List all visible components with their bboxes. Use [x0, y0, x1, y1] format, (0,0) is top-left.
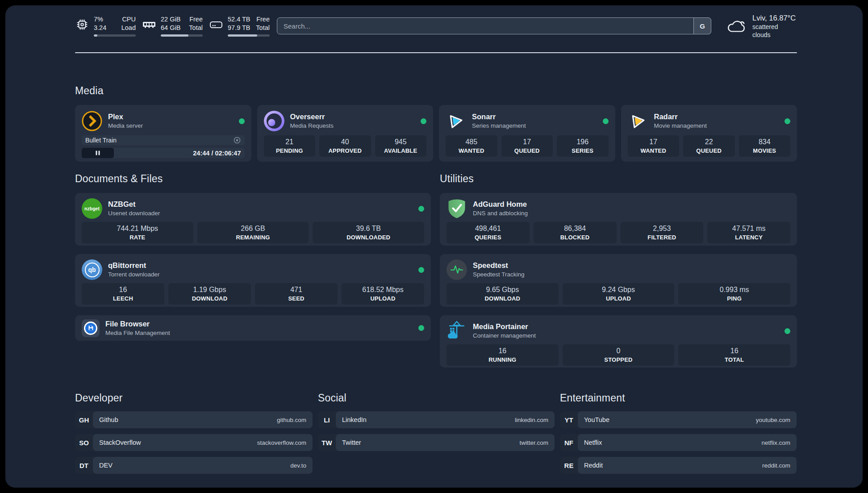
- app-card-speedtest[interactable]: Speedtest Speedtest Tracking 9.65 Gbps D…: [440, 254, 797, 307]
- stat-value: 22: [705, 138, 713, 146]
- stat-value: 47.571 ms: [732, 224, 766, 233]
- cpu-usage-label: CPU: [122, 15, 136, 24]
- stat-label: AVAILABLE: [384, 147, 417, 155]
- qbittorrent-icon: qb: [82, 259, 102, 280]
- card-subtitle: Movie management: [654, 122, 707, 130]
- stat-value: 945: [395, 138, 407, 146]
- stat-label: BLOCKED: [560, 234, 590, 241]
- stat-value: 17: [523, 138, 531, 146]
- link-name: Reddit: [584, 462, 603, 469]
- link-row-github[interactable]: GH Github github.com: [75, 411, 313, 428]
- link-row-netflix[interactable]: NF Netflix netflix.com: [560, 434, 797, 451]
- links-grid: Developer GH Github github.com SO StackO…: [75, 392, 797, 480]
- link-url: twitter.com: [519, 439, 548, 446]
- section-utilities: Utilities: [440, 172, 797, 368]
- stat-label: PENDING: [276, 147, 303, 155]
- link-tag: YT: [560, 411, 578, 428]
- status-dot: [785, 328, 790, 334]
- app-card-overseerr[interactable]: Overseerr Media Requests 21 PENDING 40 A…: [257, 105, 434, 162]
- storage-free-label: Free: [256, 15, 270, 24]
- stat-value: 16: [498, 347, 506, 355]
- header-divider: [75, 52, 797, 53]
- link-pill: Twitter twitter.com: [336, 434, 555, 451]
- memory-icon: [142, 17, 156, 32]
- pause-button[interactable]: [82, 148, 114, 158]
- card-head: nzbget NZBGet Usenet downloader: [82, 198, 424, 219]
- stat-label: QUERIES: [475, 234, 501, 241]
- app-card-radarr[interactable]: Radarr Movie management 17 WANTED 22 QUE…: [621, 105, 797, 162]
- portainer-icon: [447, 321, 467, 341]
- card-subtitle: Usenet downloader: [108, 209, 160, 217]
- card-subtitle: Torrent downloader: [108, 271, 160, 279]
- link-row-linkedin[interactable]: LI LinkedIn linkedin.com: [318, 411, 555, 428]
- app-card-sonarr[interactable]: Sonarr Series management 485 WANTED 17 Q…: [439, 105, 615, 162]
- storage-icon: [209, 17, 223, 32]
- card-titles: Plex Media server: [108, 112, 143, 130]
- stat-tile: 618.52 Mbps UPLOAD: [342, 283, 424, 305]
- stat-value: 266 GB: [241, 224, 265, 233]
- player-controls-row: 24:44 / 02:06:47: [82, 148, 245, 158]
- link-row-stackoverflow[interactable]: SO StackOverflow stackoverflow.com: [75, 434, 313, 451]
- link-name: LinkedIn: [342, 416, 367, 423]
- app-card-nzbget[interactable]: nzbget NZBGet Usenet downloader 744.21 M…: [75, 193, 431, 246]
- search-input[interactable]: [277, 17, 711, 34]
- stat-label: WANTED: [640, 147, 666, 155]
- storage-total-label: Total: [256, 24, 270, 32]
- stat-label: SERIES: [572, 147, 593, 155]
- stat-label: FILTERED: [647, 234, 676, 241]
- link-row-reddit[interactable]: RE Reddit reddit.com: [560, 457, 797, 474]
- status-dot: [421, 118, 426, 124]
- card-head: qb qBittorrent Torrent downloader: [82, 259, 424, 280]
- card-titles: NZBGet Usenet downloader: [108, 200, 160, 217]
- card-title: AdGuard Home: [473, 200, 528, 209]
- link-pill: StackOverflow stackoverflow.com: [93, 434, 313, 451]
- stat-label: LATENCY: [735, 234, 763, 241]
- stat-tile: 834 MOVIES: [739, 135, 791, 157]
- stat-tile: 17 QUEUED: [501, 135, 553, 157]
- card-subtitle: Series management: [472, 122, 526, 130]
- search-bar: G: [277, 17, 711, 34]
- app-card-qbittorrent[interactable]: qb qBittorrent Torrent downloader 16 LEE…: [75, 254, 431, 307]
- filebrowser-icon: [82, 319, 100, 337]
- stat-tile: 266 GB REMAINING: [197, 222, 309, 243]
- link-pill: LinkedIn linkedin.com: [336, 411, 555, 428]
- stat-label: PING: [727, 295, 742, 302]
- nzbget-icon: nzbget: [82, 198, 102, 219]
- cpu-load-label: Load: [121, 24, 136, 32]
- status-dot: [785, 118, 790, 124]
- section-documents: Documents & Files nzbget NZBGet Usenet d…: [75, 172, 431, 368]
- link-row-dev[interactable]: DT DEV dev.to: [75, 457, 313, 474]
- session-icon[interactable]: [233, 136, 241, 144]
- stat-tile: 9.24 Gbps UPLOAD: [563, 283, 675, 305]
- status-dot: [418, 267, 424, 273]
- app-card-plex[interactable]: Plex Media server Bullet Train: [75, 105, 251, 162]
- memory-stat-widget: 22 GiB Free 64 GiB Total: [142, 15, 203, 37]
- card-subtitle: Media File Management: [105, 329, 170, 337]
- link-pill: Github github.com: [93, 411, 313, 428]
- section-title-utilities: Utilities: [440, 172, 797, 185]
- stat-label: UPLOAD: [606, 295, 631, 302]
- stat-value: 744.21 Mbps: [117, 224, 159, 233]
- search-engine-button[interactable]: G: [693, 17, 711, 34]
- link-tag: TW: [318, 434, 336, 451]
- link-row-twitter[interactable]: TW Twitter twitter.com: [318, 434, 555, 451]
- dashboard-content: 7% CPU 3.24 Load: [75, 5, 797, 480]
- link-url: netflix.com: [761, 439, 790, 446]
- stat-tile: 9.65 Gbps DOWNLOAD: [447, 283, 559, 305]
- app-card-filebrowser[interactable]: File Browser Media File Management: [75, 315, 431, 341]
- app-card-adguard[interactable]: AdGuard Home DNS and adblocking 498,461 …: [440, 193, 797, 246]
- stat-tile: 47.571 ms LATENCY: [707, 222, 790, 243]
- link-row-youtube[interactable]: YT YouTube youtube.com: [560, 411, 797, 428]
- weather-widget[interactable]: Lviv, 16.87°C scattered clouds: [726, 13, 797, 39]
- stat-value: 9.65 Gbps: [486, 285, 519, 294]
- card-title: qBittorrent: [108, 261, 160, 270]
- card-subtitle: Speedtest Tracking: [473, 271, 525, 279]
- stat-tile: 22 QUEUED: [683, 135, 735, 157]
- cpu-progressbar: [94, 34, 136, 37]
- memory-total-label: Total: [189, 24, 203, 32]
- app-card-portainer[interactable]: Media Portainer Container management 16 …: [440, 315, 797, 368]
- card-subtitle: Media Requests: [290, 122, 334, 130]
- cloud-icon: [726, 17, 747, 35]
- playback-time: 24:44 / 02:06:47: [193, 150, 241, 157]
- memory-stat-text: 22 GiB Free 64 GiB Total: [161, 15, 203, 37]
